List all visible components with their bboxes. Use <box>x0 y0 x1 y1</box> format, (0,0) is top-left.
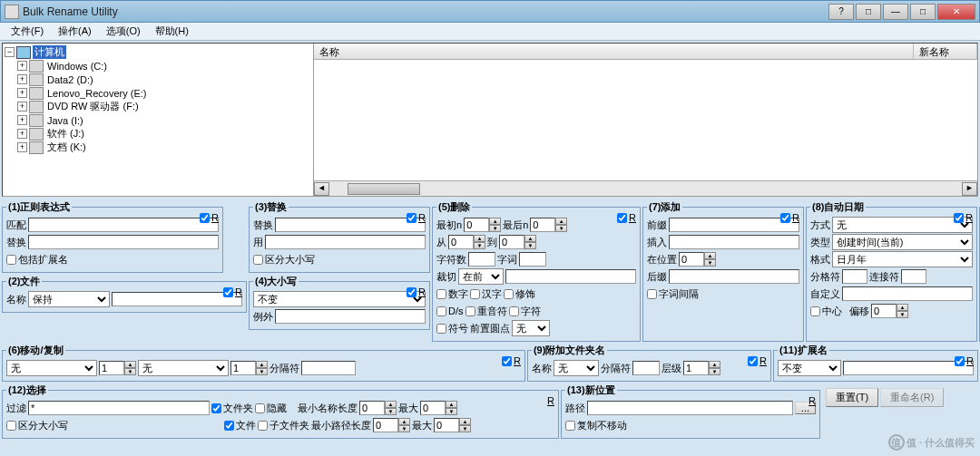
reset-link[interactable]: R <box>965 212 973 223</box>
spin-up-icon[interactable]: ▲ <box>124 361 136 368</box>
maximize-button[interactable]: □ <box>910 4 936 20</box>
spin-up-icon[interactable]: ▲ <box>524 235 536 242</box>
spin-down-icon[interactable]: ▼ <box>385 408 397 415</box>
spin-up-icon[interactable]: ▲ <box>555 218 567 225</box>
spin-up-icon[interactable]: ▲ <box>256 361 268 368</box>
append-level-input[interactable] <box>683 361 709 375</box>
folder-tree[interactable]: − 计算机 +Windows (C:) +Data2 (D:) +Lenovo_… <box>3 44 314 196</box>
fullscreen-button[interactable]: □ <box>856 4 881 20</box>
date-type-select[interactable]: 创建时间(当前) <box>832 234 973 250</box>
sel-folders-check[interactable] <box>211 403 221 413</box>
del-crop-input[interactable] <box>505 269 636 284</box>
del-enable-check[interactable] <box>617 213 627 223</box>
ext-select[interactable]: 不变 <box>778 360 841 376</box>
date-sep-input[interactable] <box>842 269 867 284</box>
del-digits-check[interactable] <box>436 289 446 299</box>
add-insert-input[interactable] <box>669 235 799 249</box>
date-offset-input[interactable] <box>871 304 897 318</box>
spin-up-icon[interactable]: ▲ <box>474 235 485 242</box>
tree-root[interactable]: 计算机 <box>33 45 66 59</box>
reset-link[interactable]: R <box>418 212 426 223</box>
del-lastn-input[interactable] <box>530 218 555 232</box>
menu-option[interactable]: 选项(O) <box>99 23 148 40</box>
tree-node[interactable]: 文档 (K:) <box>45 141 88 154</box>
spin-down-icon[interactable]: ▼ <box>124 368 136 375</box>
sel-files-check[interactable] <box>224 421 234 431</box>
menu-file[interactable]: 文件(F) <box>4 23 51 40</box>
date-enable-check[interactable] <box>954 213 964 223</box>
spin-up-icon[interactable]: ▲ <box>709 361 720 368</box>
sel-case-check[interactable] <box>6 421 16 431</box>
rename-button[interactable]: 重命名(R) <box>880 388 944 407</box>
collapse-icon[interactable]: − <box>5 47 15 57</box>
date-mode-select[interactable]: 无 <box>832 217 973 233</box>
spin-up-icon[interactable]: ▲ <box>489 218 501 225</box>
expand-icon[interactable]: + <box>17 115 27 125</box>
spin-up-icon[interactable]: ▲ <box>385 401 397 408</box>
tree-node[interactable]: 软件 (J:) <box>45 127 86 141</box>
move-to-select[interactable]: 无 <box>138 360 229 376</box>
case-select[interactable]: 不变 <box>253 291 426 307</box>
spin-down-icon[interactable]: ▼ <box>489 225 501 232</box>
reset-link[interactable]: R <box>418 286 426 297</box>
append-name-select[interactable]: 无 <box>554 360 599 376</box>
reset-link[interactable]: R <box>629 212 636 223</box>
del-from-input[interactable] <box>448 235 474 249</box>
regex-match-input[interactable] <box>28 218 219 232</box>
repl-replace-input[interactable] <box>275 218 426 232</box>
column-newname[interactable]: 新名称 <box>914 44 977 59</box>
reset-link[interactable]: R <box>760 355 767 366</box>
del-sym-check[interactable] <box>436 324 446 334</box>
del-symbol-check[interactable] <box>509 306 519 316</box>
del-accent-check[interactable] <box>466 306 475 316</box>
del-han-check[interactable] <box>470 289 480 299</box>
horizontal-scrollbar[interactable]: ◄ ► <box>314 180 977 196</box>
case-enable-check[interactable] <box>407 287 416 297</box>
del-crop-select[interactable]: 在前 <box>458 268 504 285</box>
reset-link[interactable]: R <box>514 355 521 366</box>
reset-button[interactable]: 重置(T) <box>826 388 878 407</box>
regex-inclext-check[interactable] <box>6 255 16 265</box>
reset-link[interactable]: R <box>966 355 974 366</box>
spin-down-icon[interactable]: ▼ <box>897 311 908 318</box>
move-sep-input[interactable] <box>301 361 356 375</box>
file-enable-check[interactable] <box>223 287 233 297</box>
tree-node[interactable]: Lenovo_Recovery (E:) <box>45 88 148 99</box>
expand-icon[interactable]: + <box>17 74 27 84</box>
close-button[interactable]: ✕ <box>937 4 975 20</box>
sel-maxname-input[interactable] <box>420 401 446 415</box>
repl-case-check[interactable] <box>253 255 263 265</box>
sel-hidden-check[interactable] <box>255 403 265 413</box>
expand-icon[interactable]: + <box>17 61 27 71</box>
menu-action[interactable]: 操作(A) <box>51 23 99 40</box>
tree-node[interactable]: Windows (C:) <box>45 61 109 72</box>
file-name-select[interactable]: 保持 <box>28 291 110 307</box>
repl-enable-check[interactable] <box>407 213 416 223</box>
del-chars-input[interactable] <box>468 252 495 267</box>
spin-down-icon[interactable]: ▼ <box>704 259 716 267</box>
ext-enable-check[interactable] <box>955 356 965 366</box>
tree-node[interactable]: Java (I:) <box>45 115 85 126</box>
move-from-select[interactable]: 无 <box>6 360 97 376</box>
reset-link[interactable]: R <box>547 395 554 406</box>
del-words-input[interactable] <box>519 252 546 267</box>
spin-up-icon[interactable]: ▲ <box>398 418 410 425</box>
del-firstn-input[interactable] <box>464 218 489 232</box>
file-list[interactable] <box>314 60 977 180</box>
tree-node[interactable]: DVD RW 驱动器 (F:) <box>45 100 141 113</box>
move-n1-input[interactable] <box>99 361 124 375</box>
case-except-input[interactable] <box>275 309 426 324</box>
append-enable-check[interactable] <box>748 356 758 366</box>
move-enable-check[interactable] <box>502 356 512 366</box>
newloc-copy-check[interactable] <box>565 421 575 431</box>
sel-minname-input[interactable] <box>359 401 385 415</box>
del-ds-check[interactable] <box>436 306 446 316</box>
sel-subfolders-check[interactable] <box>258 421 268 431</box>
spin-up-icon[interactable]: ▲ <box>446 401 457 408</box>
add-suffix-input[interactable] <box>669 269 799 284</box>
repl-with-input[interactable] <box>265 235 426 249</box>
minimize-button[interactable]: — <box>883 4 908 20</box>
reset-link[interactable]: R <box>211 212 219 223</box>
date-fmt-select[interactable]: 日月年 <box>832 251 973 267</box>
spin-up-icon[interactable]: ▲ <box>459 418 471 425</box>
